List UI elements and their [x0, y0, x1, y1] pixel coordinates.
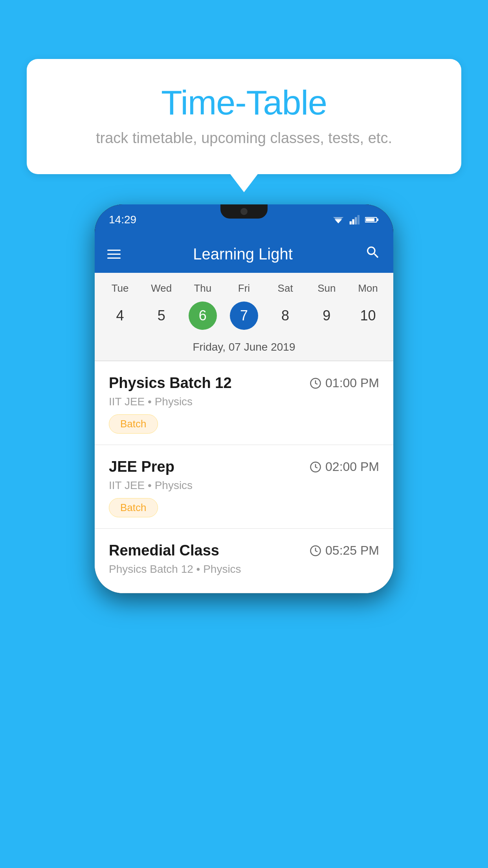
schedule-list: Physics Batch 12 01:00 PM IIT JEE • Phys… — [95, 361, 393, 593]
calendar-day-6-today[interactable]: 6 — [189, 302, 217, 330]
svg-rect-2 — [350, 221, 352, 224]
speech-bubble: Time-Table track timetable, upcoming cla… — [27, 59, 461, 174]
day-label-sat: Sat — [265, 282, 306, 298]
speech-bubble-wrapper: Time-Table track timetable, upcoming cla… — [27, 59, 461, 174]
hamburger-menu-button[interactable] — [107, 250, 121, 259]
schedule-item-2-time-container: 02:00 PM — [310, 460, 379, 474]
svg-rect-4 — [355, 217, 357, 224]
schedule-item-1-time: 01:00 PM — [325, 376, 379, 390]
day-numbers[interactable]: 4 5 6 7 8 9 10 — [95, 298, 393, 336]
bubble-subtitle: track timetable, upcoming classes, tests… — [58, 130, 430, 147]
app-header: Learning Light — [95, 235, 393, 273]
app-title: Learning Light — [193, 245, 293, 263]
day-label-wed: Wed — [141, 282, 182, 298]
clock-icon-2 — [310, 461, 321, 473]
hamburger-line-1 — [107, 250, 121, 251]
hamburger-line-2 — [107, 254, 121, 255]
schedule-item-3-time-container: 05:25 PM — [310, 543, 379, 558]
phone-frame: 14:29 — [95, 204, 393, 593]
schedule-item-2-subtitle: IIT JEE • Physics — [109, 479, 379, 492]
schedule-item-2[interactable]: JEE Prep 02:00 PM IIT JEE • Physics Batc… — [95, 445, 393, 529]
calendar-day-5[interactable]: 5 — [147, 302, 176, 330]
schedule-item-2-title: JEE Prep — [109, 458, 174, 475]
day-labels: Tue Wed Thu Fri Sat Sun Mon — [95, 282, 393, 298]
schedule-item-2-badge: Batch — [109, 498, 158, 517]
status-bar: 14:29 — [95, 204, 393, 235]
schedule-item-3[interactable]: Remedial Class 05:25 PM Physics Batch 12… — [95, 529, 393, 593]
phone-wrapper: 14:29 — [95, 204, 393, 593]
svg-rect-8 — [366, 218, 374, 221]
schedule-item-1-time-container: 01:00 PM — [310, 376, 379, 390]
svg-rect-3 — [352, 219, 354, 224]
schedule-item-3-header: Remedial Class 05:25 PM — [109, 542, 379, 559]
search-icon — [365, 245, 381, 260]
battery-icon — [365, 215, 379, 224]
bubble-title: Time-Table — [58, 83, 430, 123]
schedule-item-2-header: JEE Prep 02:00 PM — [109, 458, 379, 475]
hamburger-line-3 — [107, 257, 121, 259]
calendar-day-8[interactable]: 8 — [271, 302, 299, 330]
schedule-item-1-badge: Batch — [109, 414, 158, 434]
schedule-item-1-header: Physics Batch 12 01:00 PM — [109, 375, 379, 392]
status-icons — [332, 215, 379, 224]
schedule-item-3-subtitle: Physics Batch 12 • Physics — [109, 563, 379, 576]
clock-icon-1 — [310, 377, 321, 389]
calendar-day-7-selected[interactable]: 7 — [230, 302, 258, 330]
calendar-day-10[interactable]: 10 — [354, 302, 382, 330]
wifi-icon — [332, 215, 345, 224]
selected-date-label: Friday, 07 June 2019 — [95, 336, 393, 360]
calendar-strip[interactable]: Tue Wed Thu Fri Sat Sun Mon 4 5 6 7 8 9 … — [95, 273, 393, 360]
day-label-sun: Sun — [306, 282, 347, 298]
schedule-item-1[interactable]: Physics Batch 12 01:00 PM IIT JEE • Phys… — [95, 361, 393, 445]
schedule-item-1-subtitle: IIT JEE • Physics — [109, 395, 379, 408]
signal-icon — [349, 215, 360, 224]
schedule-item-1-title: Physics Batch 12 — [109, 375, 232, 392]
day-label-fri: Fri — [223, 282, 264, 298]
svg-rect-7 — [377, 219, 378, 221]
day-label-tue: Tue — [99, 282, 141, 298]
status-time: 14:29 — [109, 213, 136, 226]
phone-notch — [220, 204, 268, 219]
schedule-item-3-time: 05:25 PM — [325, 543, 379, 558]
day-label-thu: Thu — [182, 282, 223, 298]
schedule-item-3-title: Remedial Class — [109, 542, 219, 559]
schedule-item-2-time: 02:00 PM — [325, 460, 379, 474]
day-label-mon: Mon — [347, 282, 389, 298]
search-button[interactable] — [365, 245, 381, 264]
clock-icon-3 — [310, 545, 321, 557]
camera — [240, 208, 248, 215]
calendar-day-9[interactable]: 9 — [312, 302, 341, 330]
phone-screen: Tue Wed Thu Fri Sat Sun Mon 4 5 6 7 8 9 … — [95, 273, 393, 593]
svg-rect-5 — [358, 215, 360, 224]
calendar-day-4[interactable]: 4 — [106, 302, 134, 330]
svg-marker-1 — [333, 217, 344, 221]
